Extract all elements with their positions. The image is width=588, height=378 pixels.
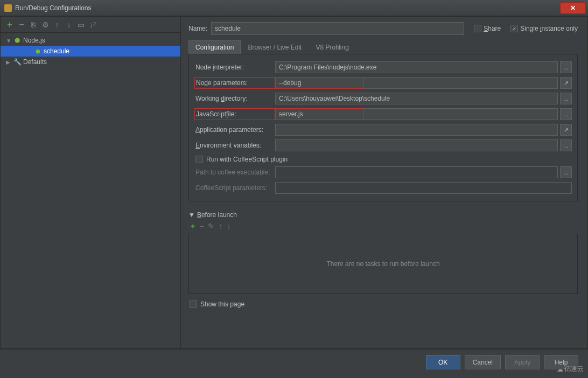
tree-node-nodejs[interactable]: ▼ ⬢ Node.js	[1, 35, 180, 46]
javascript-file-input-rest[interactable]	[363, 108, 558, 120]
add-task-icon[interactable]: +	[191, 222, 195, 230]
before-launch-toolbar: + − ✎ ↑ ↓	[188, 219, 578, 234]
tab-v8[interactable]: V8 Profiling	[309, 40, 355, 54]
window-title: Run/Debug Configurations	[15, 4, 560, 12]
app-params-input[interactable]	[275, 124, 558, 136]
name-input[interactable]	[211, 22, 464, 35]
show-page-label: Show this page	[200, 300, 244, 308]
collapse-icon: ▼	[188, 211, 195, 219]
empty-text: There are no tasks to run before launch	[326, 260, 439, 268]
tree-node-schedule[interactable]: ⬢ schedule	[1, 46, 180, 57]
coffee-params-input	[275, 182, 572, 194]
checkbox-icon	[474, 25, 481, 32]
browse-button[interactable]: …	[560, 93, 572, 104]
browse-button[interactable]: …	[560, 166, 572, 178]
before-launch-header[interactable]: ▼ Before launch	[188, 211, 578, 219]
tree-label: Defaults	[23, 58, 47, 66]
apply-button[interactable]: Apply	[505, 355, 540, 369]
env-vars-input[interactable]	[275, 139, 558, 151]
add-config-icon[interactable]: +	[6, 21, 13, 29]
config-tree: ▼ ⬢ Node.js ⬢ schedule ▶ 🔧 Defaults	[1, 33, 180, 348]
browse-button[interactable]: …	[560, 61, 572, 73]
tree-label: schedule	[44, 47, 69, 55]
sort-icon[interactable]: ↓²	[89, 21, 96, 29]
node-parameters-label: Node parameters:	[194, 77, 275, 89]
config-panel: Node interpreter: … Node parameters: ↗ W…	[188, 54, 578, 201]
remove-task-icon[interactable]: −	[199, 222, 204, 230]
before-launch-empty: There are no tasks to run before launch	[188, 234, 578, 294]
settings-icon[interactable]: ⚙	[41, 21, 49, 29]
expand-icon[interactable]: ▼	[6, 38, 11, 44]
tab-configuration[interactable]: Configuration	[188, 40, 241, 54]
coffee-exec-input	[275, 166, 558, 178]
node-parameters-input-rest[interactable]	[363, 77, 558, 89]
tab-browser[interactable]: Browser / Live Edit	[241, 40, 309, 54]
move-up-icon[interactable]: ↑	[53, 21, 61, 29]
move-up-icon[interactable]: ↑	[219, 222, 222, 230]
js-file-icon: ⬢	[34, 47, 41, 55]
javascript-file-input[interactable]	[275, 108, 363, 120]
coffeescript-checkbox[interactable]: Run with CoffeeScript plugin	[195, 156, 572, 163]
node-interpreter-input[interactable]	[275, 61, 558, 73]
title-bar: Run/Debug Configurations ✕	[0, 0, 588, 16]
single-instance-label: Single instance only	[520, 25, 578, 32]
config-toolbar: + − ⎘ ⚙ ↑ ↓ ▭ ↓²	[1, 17, 180, 33]
coffeescript-label: Run with CoffeeScript plugin	[206, 156, 288, 163]
browse-button[interactable]: …	[560, 139, 572, 151]
working-directory-input[interactable]	[275, 93, 558, 104]
close-button[interactable]: ✕	[560, 2, 586, 14]
app-icon	[4, 4, 12, 12]
button-bar: OK Cancel Apply Help	[0, 349, 588, 375]
node-parameters-input[interactable]	[275, 77, 363, 89]
folder-icon[interactable]: ▭	[77, 21, 85, 29]
app-params-label: Application parameters:	[194, 126, 275, 134]
move-down-icon[interactable]: ↓	[65, 21, 73, 29]
name-label: Name:	[188, 25, 211, 32]
single-instance-checkbox[interactable]: Single instance only	[510, 25, 578, 32]
tree-label: Node.js	[23, 37, 45, 44]
env-vars-label: Environment variables:	[194, 142, 275, 149]
working-directory-label: Working directory:	[194, 95, 275, 102]
checkbox-icon	[190, 300, 197, 308]
checkbox-icon	[195, 156, 203, 163]
before-launch-section: ▼ Before launch + − ✎ ↑ ↓ There are no t…	[188, 211, 578, 294]
expand-icon[interactable]: ▶	[6, 59, 11, 65]
name-row: Name: Share Single instance only	[188, 22, 578, 35]
remove-config-icon[interactable]: −	[18, 21, 25, 29]
expand-button[interactable]: ↗	[560, 124, 572, 136]
node-interpreter-label: Node interpreter:	[194, 64, 275, 71]
expand-button[interactable]: ↗	[560, 77, 572, 89]
checkbox-icon	[510, 25, 518, 32]
browse-button[interactable]: …	[560, 108, 572, 120]
ok-button[interactable]: OK	[426, 355, 460, 369]
move-down-icon[interactable]: ↓	[227, 222, 230, 230]
watermark-icon: ☁	[557, 366, 563, 373]
nodejs-icon: ⬢	[13, 37, 21, 44]
share-checkbox[interactable]: Share	[474, 25, 501, 32]
tabs: Configuration Browser / Live Edit V8 Pro…	[188, 40, 578, 54]
watermark-text: 亿速云	[564, 365, 584, 374]
cancel-button[interactable]: Cancel	[465, 355, 501, 369]
javascript-file-label: JavaScript file:	[194, 108, 275, 120]
copy-config-icon[interactable]: ⎘	[30, 21, 37, 29]
tree-node-defaults[interactable]: ▶ 🔧 Defaults	[1, 57, 180, 67]
coffee-params-label: CoffeeScript parameters:	[194, 184, 275, 192]
before-launch-label: Before launch	[197, 211, 237, 219]
right-panel: Name: Share Single instance only Configu…	[181, 17, 587, 348]
show-page-checkbox[interactable]: Show this page	[188, 300, 578, 308]
coffee-exec-label: Path to coffee executable:	[194, 169, 275, 176]
watermark: ☁ 亿速云	[557, 365, 584, 374]
wrench-icon: 🔧	[13, 58, 21, 66]
edit-task-icon[interactable]: ✎	[208, 222, 214, 230]
left-panel: + − ⎘ ⚙ ↑ ↓ ▭ ↓² ▼ ⬢ Node.js ⬢ schedule …	[1, 17, 181, 348]
dialog-body: + − ⎘ ⚙ ↑ ↓ ▭ ↓² ▼ ⬢ Node.js ⬢ schedule …	[0, 16, 588, 349]
share-label: Share	[484, 25, 501, 32]
